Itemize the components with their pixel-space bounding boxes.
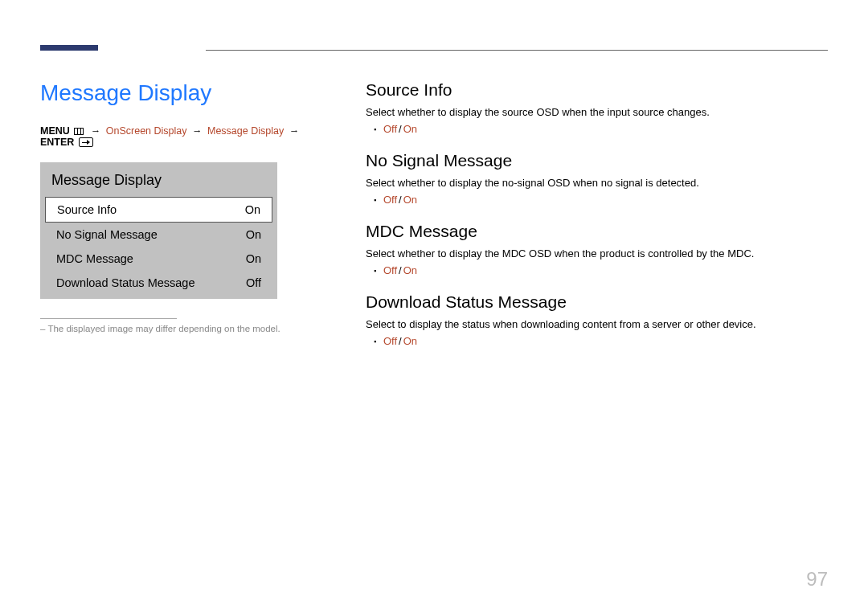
option-off: Off: [383, 194, 397, 206]
osd-row-label: No Signal Message: [56, 228, 158, 241]
section-heading-download-status: Download Status Message: [366, 292, 828, 312]
arrow-icon: →: [289, 125, 300, 137]
option-off: Off: [383, 335, 397, 347]
osd-row-source-info[interactable]: Source Info On: [45, 197, 272, 223]
section-options: Off/On: [366, 264, 828, 276]
osd-row-label: Source Info: [57, 203, 117, 216]
osd-row-value: On: [245, 203, 260, 216]
header-accent-bar: [40, 45, 98, 51]
section-options: Off/On: [366, 335, 828, 347]
arrow-icon: →: [192, 125, 203, 137]
arrow-icon: →: [91, 125, 101, 137]
section-options: Off/On: [366, 123, 828, 135]
osd-row-mdc[interactable]: MDC Message On: [45, 247, 272, 271]
left-column: Message Display MENU → OnScreen Display …: [40, 80, 330, 333]
section-body: Select whether to display the MDC OSD wh…: [366, 247, 828, 260]
page-number: 97: [806, 568, 828, 591]
page-title: Message Display: [40, 80, 330, 106]
section-heading-no-signal: No Signal Message: [366, 151, 828, 170]
section-body: Select whether to display the source OSD…: [366, 106, 828, 118]
option-off: Off: [383, 123, 397, 135]
section-heading-mdc: MDC Message: [366, 222, 828, 241]
osd-row-value: Off: [246, 276, 261, 289]
breadcrumb-menu: MENU: [40, 125, 70, 137]
osd-row-download-status[interactable]: Download Status Message Off: [45, 271, 272, 299]
breadcrumb-enter: ENTER: [40, 137, 74, 148]
option-on: On: [403, 194, 417, 206]
note-rule: [40, 318, 177, 319]
osd-row-value: On: [246, 252, 261, 265]
osd-panel-title: Message Display: [40, 162, 277, 197]
section-options: Off/On: [366, 194, 828, 206]
enter-icon: [79, 137, 93, 147]
osd-row-value: On: [246, 228, 261, 241]
menu-icon: [74, 128, 84, 135]
option-on: On: [403, 123, 417, 135]
breadcrumb-path-1: OnScreen Display: [106, 125, 187, 137]
osd-panel: Message Display Source Info On No Signal…: [40, 162, 277, 299]
option-off: Off: [383, 264, 397, 276]
breadcrumb-path-2: Message Display: [207, 125, 284, 137]
breadcrumb: MENU → OnScreen Display → Message Displa…: [40, 125, 330, 148]
option-on: On: [403, 335, 417, 347]
osd-row-label: MDC Message: [56, 252, 133, 265]
right-column: Source Info Select whether to display th…: [366, 80, 828, 363]
osd-row-label: Download Status Message: [56, 276, 195, 289]
section-body: Select to display the status when downlo…: [366, 318, 828, 330]
section-heading-source-info: Source Info: [366, 80, 828, 100]
osd-row-no-signal[interactable]: No Signal Message On: [45, 223, 272, 247]
header-rule: [206, 50, 828, 51]
section-body: Select whether to display the no-signal …: [366, 177, 828, 189]
image-differ-note: – The displayed image may differ dependi…: [40, 324, 330, 333]
option-on: On: [403, 264, 417, 276]
